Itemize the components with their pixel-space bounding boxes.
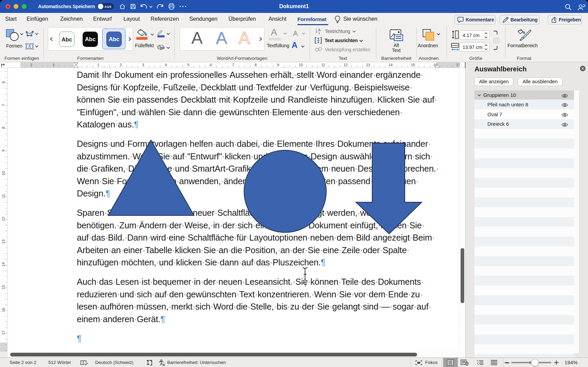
svg-text:A: A: [318, 28, 321, 32]
svg-text:A: A: [28, 44, 31, 49]
